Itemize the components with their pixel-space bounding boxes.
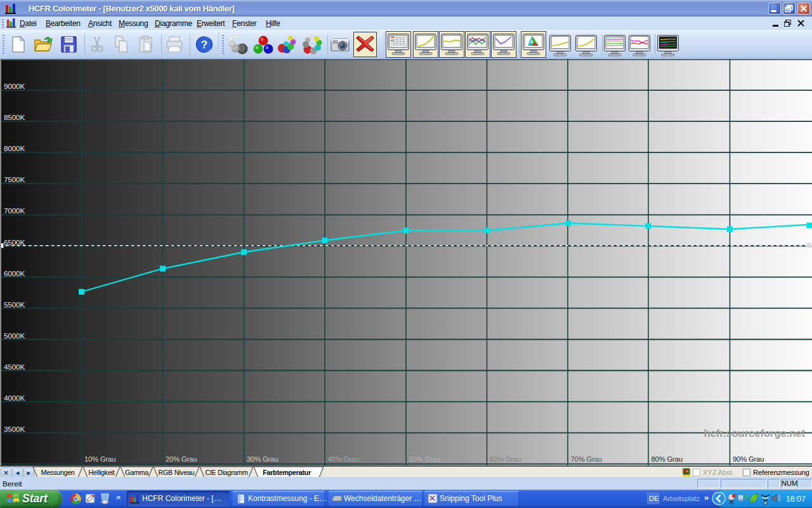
svg-text:7000K: 7000K xyxy=(4,206,25,215)
svg-text:9000K: 9000K xyxy=(4,82,25,91)
svg-text:4500K: 4500K xyxy=(4,363,25,371)
svg-text:Farbtemperatur: Farbtemperatur xyxy=(263,469,311,476)
svg-text:3500K: 3500K xyxy=(4,425,25,434)
svg-text:5500K: 5500K xyxy=(4,300,25,309)
svg-text:70% Grau: 70% Grau xyxy=(571,455,602,463)
svg-text:8000K: 8000K xyxy=(4,144,25,153)
svg-text:4000K: 4000K xyxy=(4,394,25,403)
svg-text:?: ? xyxy=(201,39,207,51)
svg-text:80% Grau: 80% Grau xyxy=(652,455,683,463)
svg-text:50% Grau: 50% Grau xyxy=(409,455,440,463)
svg-text:40% Grau: 40% Grau xyxy=(328,455,359,463)
svg-text:7500K: 7500K xyxy=(4,175,25,184)
svg-text:Helligkeit: Helligkeit xyxy=(89,469,115,476)
svg-text:Gamma: Gamma xyxy=(125,469,148,476)
svg-text:5000K: 5000K xyxy=(4,331,25,340)
svg-text:20% Grau: 20% Grau xyxy=(166,455,197,463)
svg-text:30% Grau: 30% Grau xyxy=(247,455,278,463)
svg-text:10% Grau: 10% Grau xyxy=(84,455,115,463)
svg-text:6000K: 6000K xyxy=(4,269,25,278)
svg-text:8500K: 8500K xyxy=(4,113,25,122)
svg-text:90% Grau: 90% Grau xyxy=(733,455,764,463)
svg-text:hcfr.sourceforge.net: hcfr.sourceforge.net xyxy=(704,427,805,439)
svg-text:RGB Niveau: RGB Niveau xyxy=(158,469,194,476)
svg-text:60% Grau: 60% Grau xyxy=(490,455,521,463)
svg-text:CIE Diagramm: CIE Diagramm xyxy=(205,469,247,476)
svg-text:Messungen: Messungen xyxy=(41,469,74,476)
